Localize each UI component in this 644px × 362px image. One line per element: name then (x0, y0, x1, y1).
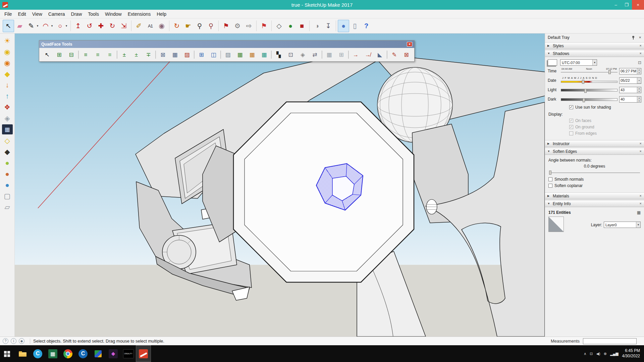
extension-warehouse-button[interactable]: ⚑ (220, 20, 232, 32)
qf-remove-loop[interactable]: ↛ (363, 50, 373, 60)
tray-chevron-icon[interactable]: ∧ (584, 352, 586, 356)
timezone-select[interactable]: UTC-07:00 ▼ (560, 59, 597, 66)
follow-me-tool[interactable]: ↺ (84, 20, 95, 32)
move-tool[interactable]: ✚ (95, 20, 107, 32)
qf-remove-triangulation[interactable]: ▨ (182, 50, 192, 60)
date-dropdown[interactable]: ▼ (637, 78, 641, 83)
plugin-card-tilt[interactable]: ▱ (1, 201, 13, 213)
section-styles[interactable]: ▶ Styles ✕ (545, 42, 644, 49)
status-info-icon[interactable]: i (11, 338, 16, 344)
qf-select-ring[interactable]: ≡ (80, 50, 91, 60)
arc-dropdown[interactable]: ▾ (50, 20, 54, 32)
time-slider[interactable]: 04:44 AM Noon 07:12 PM (561, 67, 618, 75)
eraser-tool[interactable]: ▰ (14, 20, 25, 32)
close-button[interactable]: × (632, 0, 644, 10)
polyhedron-tool[interactable]: ◇ (273, 20, 285, 32)
qf-shrink-selection[interactable]: ⊟ (66, 50, 76, 60)
menu-edit[interactable]: Edit (15, 10, 29, 18)
qf-grow-loop[interactable]: ± (131, 50, 142, 60)
dark-spinner[interactable]: ▲▼ (637, 97, 641, 102)
extension-gears-button[interactable]: ⚙ (232, 20, 243, 32)
status-help-icon[interactable]: ? (3, 338, 8, 344)
plugin-hex-outline[interactable]: ◇ (1, 135, 13, 146)
3d-scene[interactable] (15, 34, 545, 337)
tape-measure-tool[interactable]: ✐ (133, 20, 145, 32)
plugin-dome-yellow[interactable]: ◉ (1, 46, 13, 57)
plugin-sphere-rust[interactable]: ● (1, 168, 13, 179)
app-cura[interactable]: C (30, 345, 45, 362)
menu-help[interactable]: Help (154, 10, 169, 18)
app-cura-2[interactable]: C (75, 345, 91, 362)
qf-checker-select[interactable]: ▚ (273, 50, 284, 60)
tray-signal-icon[interactable]: ▂▄▆ (610, 352, 619, 356)
project-down-tool[interactable]: ↧ (323, 20, 334, 32)
section-close-icon[interactable]: ✕ (639, 52, 642, 55)
section-close-icon[interactable]: ✕ (639, 44, 642, 47)
time-spinner[interactable]: ▲▼ (637, 68, 641, 74)
section-close-icon[interactable]: ✕ (639, 142, 642, 145)
plugin-scatter[interactable]: ❖ (1, 102, 13, 113)
text-3d-tool[interactable]: A1 (145, 20, 156, 32)
plugin-card[interactable]: ▢ (1, 190, 13, 201)
dark-value-field[interactable]: 40 ▲▼ (619, 96, 641, 103)
start-button[interactable] (0, 345, 15, 362)
zoom-extents-tool[interactable]: ⚲ (205, 20, 217, 32)
qf-grow-selection[interactable]: ⊞ (54, 50, 64, 60)
menu-extensions[interactable]: Extensions (125, 10, 154, 18)
plugin-dome-orange[interactable]: ◉ (1, 57, 13, 68)
orbit-tool[interactable]: ↻ (171, 20, 182, 32)
shadow-details-icon[interactable]: ⊡ (638, 60, 641, 65)
date-slider-thumb[interactable] (582, 80, 584, 84)
sphere-add-tool[interactable]: ● (285, 20, 296, 32)
app-mixed-window[interactable] (91, 345, 106, 362)
section-instructor[interactable]: ▶ Instructor ✕ (545, 140, 644, 147)
from-edges-checkbox[interactable] (569, 131, 573, 135)
rotate-tool[interactable]: ↻ (107, 20, 118, 32)
qf-uv-copy[interactable]: ◈ (298, 50, 308, 60)
qf-grow-ring[interactable]: ≡ (93, 50, 103, 60)
section-shadows[interactable]: ▼ Shadows ✕ (545, 50, 644, 57)
dark-slider[interactable] (561, 95, 618, 103)
dark-slider-thumb[interactable] (583, 98, 585, 102)
date-slider[interactable]: JFMAMJJASOND (561, 76, 618, 84)
qf-grid-b[interactable]: ⊞ (336, 50, 346, 60)
qf-shrink-ring[interactable]: ≡ (105, 50, 115, 60)
scale-tool[interactable]: ⇲ (118, 20, 129, 32)
shadow-toggle-icon[interactable] (548, 59, 557, 66)
light-slider[interactable] (561, 86, 618, 94)
plugin-arrow-down[interactable]: ↓ (1, 79, 13, 90)
on-ground-checkbox[interactable] (569, 125, 573, 129)
export-tool[interactable]: ⇨ (243, 20, 255, 32)
qf-insert-loop[interactable]: → (351, 50, 361, 60)
minimize-button[interactable]: – (610, 0, 621, 10)
time-value-field[interactable]: 06:27 PM ▲▼ (619, 68, 641, 74)
section-materials[interactable]: ▶ Materials ✕ (545, 192, 644, 199)
section-close-icon[interactable]: ✕ (639, 150, 642, 153)
angle-slider-thumb[interactable] (549, 171, 551, 175)
entity-details-icon[interactable]: ▦ (637, 210, 641, 215)
quadface-titlebar[interactable]: QuadFace Tools ✕ (39, 41, 414, 48)
app-chrome[interactable] (60, 345, 75, 362)
angle-slider[interactable] (549, 170, 640, 175)
app-file-explorer[interactable] (15, 345, 30, 362)
maximize-button[interactable]: ❐ (621, 0, 632, 10)
qf-triangulate[interactable]: ▦ (170, 50, 180, 60)
layer-select[interactable]: Layer0 ▼ (604, 222, 641, 228)
model-viewport[interactable]: QuadFace Tools ✕ ↖⊞⊟≡≡≡±±∓⊠▦▨⊞◫▨▦▦▦▚⊡◈⇄▦… (15, 34, 545, 337)
qf-build-corners[interactable]: ◣ (375, 50, 385, 60)
plugin-sphere-blue[interactable]: ● (1, 179, 13, 190)
soften-coplanar-checkbox[interactable] (548, 184, 552, 188)
qf-copy-mesh[interactable]: ⊡ (285, 50, 296, 60)
qf-flip-triangulation[interactable]: ⊠ (158, 50, 168, 60)
plugin-sphere-lime[interactable]: ● (1, 157, 13, 168)
tray-volume-icon[interactable]: ◀) (596, 352, 600, 356)
qf-quadrify[interactable]: ⊞ (196, 50, 207, 60)
menu-view[interactable]: View (29, 10, 45, 18)
round-tool[interactable]: ◑ (311, 20, 323, 32)
paint-bucket-tool[interactable]: ◉ (156, 20, 167, 32)
qf-mesh-teal[interactable]: ▦ (259, 50, 269, 60)
qf-mesh-green[interactable]: ▦ (235, 50, 245, 60)
light-slider-thumb[interactable] (584, 89, 587, 93)
status-account-icon[interactable]: ☻ (19, 338, 24, 344)
qf-split-quads[interactable]: ◫ (208, 50, 219, 60)
